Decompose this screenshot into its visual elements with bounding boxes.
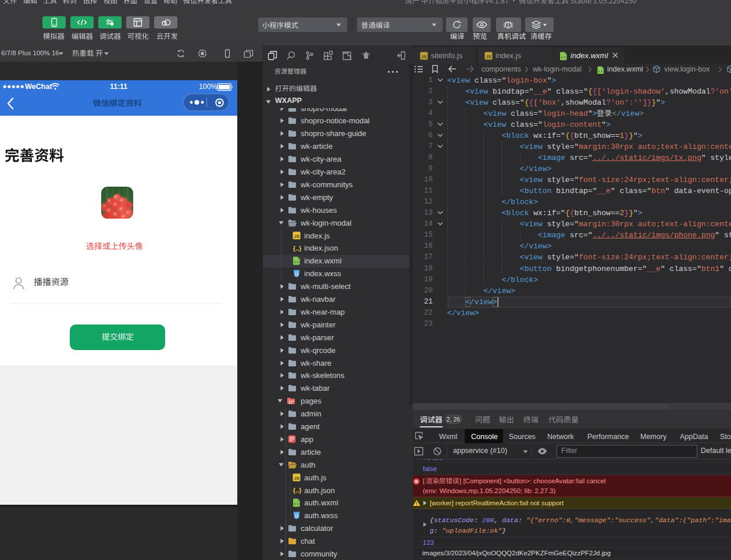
svg-text:JS: JS — [486, 54, 491, 59]
svg-text:JS: JS — [294, 234, 299, 239]
svg-text:{..}: {..} — [293, 245, 302, 252]
svg-text:{..}: {..} — [293, 487, 302, 494]
svg-text:JS: JS — [294, 476, 299, 481]
svg-text:JS: JS — [422, 54, 427, 59]
